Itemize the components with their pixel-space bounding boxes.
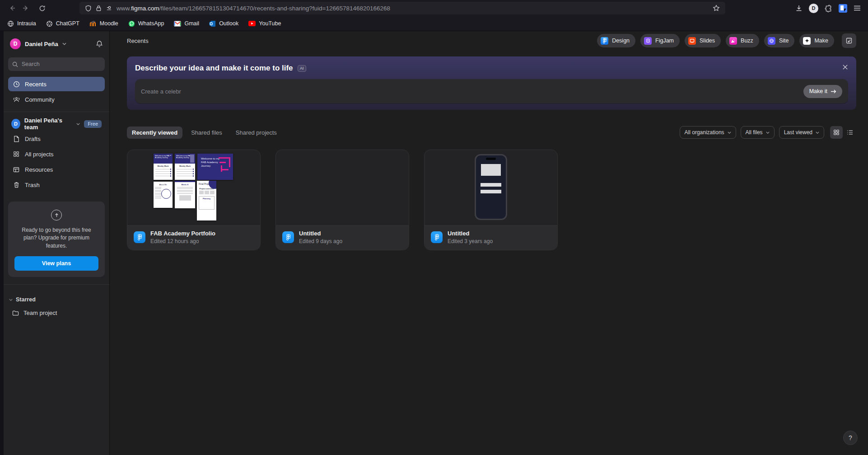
file-grid: Welcome to my FAB Academy Journey Weekly…	[127, 150, 856, 250]
tab-shared-files[interactable]: Shared files	[186, 127, 227, 139]
new-make-button[interactable]: Make	[799, 34, 834, 47]
new-site-button[interactable]: Site	[764, 34, 795, 47]
chevron-down-icon	[62, 42, 66, 45]
downloads-icon[interactable]	[795, 5, 803, 12]
ai-badge: AI	[298, 65, 307, 72]
shield-icon[interactable]	[85, 5, 92, 12]
last-viewed-dropdown[interactable]: Last viewed	[779, 126, 824, 139]
bookmark-outlook[interactable]: Outlook	[209, 20, 238, 27]
arrow-right-icon	[831, 89, 836, 94]
lock-icon[interactable]	[96, 5, 102, 11]
bookmark-intrauia[interactable]: Intrauia	[7, 20, 36, 27]
file-card-untitled-1[interactable]: Untitled Edited 9 days ago	[275, 150, 409, 250]
bookmark-chatgpt[interactable]: ChatGPT	[46, 20, 79, 27]
extensions-puzzle-icon[interactable]	[825, 5, 832, 12]
help-button[interactable]: ?	[843, 431, 858, 445]
banner-close-icon[interactable]	[840, 61, 850, 72]
figma-file-icon	[431, 231, 443, 243]
file-card-footer: Untitled Edited 9 days ago	[276, 224, 409, 250]
new-figjam-button[interactable]: FigJam	[640, 34, 680, 47]
buzz-icon	[729, 37, 737, 45]
app-header: Recents Design FigJam	[127, 31, 856, 50]
browser-toolbar: www.figma.com/files/team/126657815130471…	[0, 0, 868, 16]
folder-icon	[12, 310, 19, 316]
back-button[interactable]	[5, 2, 19, 14]
url-bar[interactable]: www.figma.com/files/team/126657815130471…	[79, 2, 725, 14]
file-card-fab-academy[interactable]: Welcome to my FAB Academy Journey Weekly…	[127, 150, 261, 250]
sidebar-item-trash[interactable]: Trash	[8, 178, 105, 192]
search-input[interactable]	[8, 57, 105, 71]
user-avatar: D	[10, 38, 21, 49]
grid-icon	[12, 151, 20, 157]
search-field[interactable]	[22, 61, 101, 67]
figjam-icon	[644, 37, 652, 45]
new-slides-button[interactable]: Slides	[685, 34, 721, 47]
slides-icon	[688, 37, 696, 45]
firefox-account-avatar[interactable]: D	[809, 4, 818, 13]
layout-icon	[12, 167, 20, 173]
tabs: Recently viewed Shared files Shared proj…	[127, 127, 282, 139]
moodle-icon	[89, 20, 97, 27]
ai-prompt-input[interactable]	[141, 88, 803, 95]
design-collage: Welcome to my FAB Academy Journey Weekly…	[154, 154, 234, 221]
sidebar-item-community[interactable]: Community	[8, 92, 105, 107]
window-left-strip	[0, 31, 4, 455]
chevron-down-icon	[766, 131, 770, 134]
figma-file-icon	[282, 231, 294, 243]
file-name: Untitled	[299, 230, 342, 237]
figma-design-icon	[601, 37, 608, 45]
file-edited: Edited 9 days ago	[299, 238, 342, 244]
divider	[4, 284, 109, 285]
menu-hamburger-icon[interactable]	[854, 5, 861, 11]
bookmark-moodle[interactable]: Moodle	[89, 20, 118, 27]
tab-shared-projects[interactable]: Shared projects	[231, 127, 282, 139]
bookmark-whatsapp[interactable]: WhatsApp	[128, 20, 164, 27]
header-actions: Design FigJam Slides	[597, 33, 856, 48]
extension-blue-icon[interactable]	[839, 4, 847, 13]
new-buzz-button[interactable]: Buzz	[726, 34, 759, 47]
sidebar-item-drafts[interactable]: Drafts	[8, 131, 105, 146]
browser-chrome: www.figma.com/files/team/126657815130471…	[0, 0, 868, 31]
chevron-down-icon	[816, 131, 819, 134]
chatgpt-icon	[46, 20, 53, 27]
sidebar-item-resources[interactable]: Resources	[8, 162, 105, 177]
bookmark-gmail[interactable]: Gmail	[174, 20, 199, 27]
starred-section-header[interactable]: Starred	[9, 296, 104, 303]
bookmark-youtube[interactable]: YouTube	[248, 20, 281, 27]
sidebar-item-all-projects[interactable]: All projects	[8, 147, 105, 161]
file-edited: Edited 3 years ago	[448, 238, 493, 244]
divider	[4, 112, 109, 112]
file-thumbnail	[425, 150, 557, 224]
sidebar-item-recents[interactable]: Recents	[8, 77, 105, 91]
list-view-button[interactable]	[844, 126, 856, 139]
team-switcher[interactable]: D Daniel Peña's team Free	[8, 117, 105, 131]
page-title: Recents	[127, 38, 149, 44]
trash-icon	[12, 182, 20, 188]
notifications-bell-icon[interactable]	[96, 40, 103, 48]
import-button[interactable]	[842, 33, 856, 48]
grid-view-icon	[833, 129, 840, 136]
make-it-button[interactable]: Make it	[803, 85, 842, 98]
permissions-icon[interactable]	[106, 5, 112, 11]
all-organizations-dropdown[interactable]: All organizations	[680, 126, 736, 139]
team-name: Daniel Peña's team	[24, 117, 73, 131]
reload-button[interactable]	[35, 2, 49, 14]
filter-row: Recently viewed Shared files Shared proj…	[127, 126, 856, 139]
ai-prompt-container: Make it	[135, 79, 848, 103]
bookmark-star-icon[interactable]	[713, 5, 720, 12]
file-card-untitled-2[interactable]: Untitled Edited 3 years ago	[424, 150, 558, 250]
file-card-footer: Untitled Edited 3 years ago	[425, 224, 557, 250]
upgrade-arrow-icon	[51, 210, 62, 220]
tab-recently-viewed[interactable]: Recently viewed	[127, 127, 182, 139]
new-design-button[interactable]: Design	[597, 34, 635, 47]
view-plans-button[interactable]: View plans	[14, 256, 98, 271]
search-icon	[12, 61, 18, 67]
user-name: Daniel Peña	[25, 41, 58, 47]
all-files-dropdown[interactable]: All files	[741, 126, 775, 139]
sidebar-item-team-project[interactable]: Team project	[8, 305, 105, 320]
phone-mockup	[475, 154, 507, 220]
make-icon	[803, 37, 811, 45]
account-switcher[interactable]: D Daniel Peña	[7, 36, 106, 52]
forward-button[interactable]	[19, 2, 33, 14]
grid-view-button[interactable]	[830, 126, 843, 139]
